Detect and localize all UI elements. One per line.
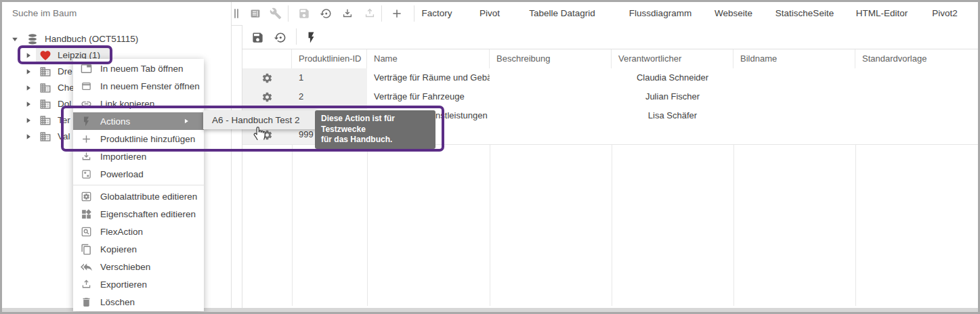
menu-item-open-in-new-window[interactable]: In neuem Fenster öffnen bbox=[73, 77, 204, 95]
column-header-actions[interactable] bbox=[242, 49, 292, 69]
building-icon bbox=[39, 66, 51, 78]
table-row[interactable]: 2 Verträge für Fahrzeuge Julian Fischer bbox=[242, 87, 978, 107]
menu-item-edit-properties[interactable]: Eigenschaften editieren bbox=[73, 205, 204, 223]
upload-icon[interactable] bbox=[364, 7, 376, 20]
heart-icon bbox=[39, 49, 51, 62]
global-attributes-icon bbox=[81, 191, 92, 202]
cell-name: Verträge für Räume und Gebäude bbox=[367, 68, 490, 87]
history-icon[interactable] bbox=[320, 7, 332, 20]
cell-beschreibung bbox=[490, 87, 612, 106]
wrench-icon[interactable] bbox=[270, 7, 282, 20]
column-header-verantwortlicher[interactable]: Verantwortlicher bbox=[612, 49, 733, 69]
column-header-bildname[interactable]: Bildname bbox=[733, 49, 855, 69]
save-icon[interactable] bbox=[298, 7, 310, 20]
action-tooltip: Diese Action ist für Testzwecke für das … bbox=[315, 110, 435, 149]
export-icon bbox=[81, 279, 92, 290]
tab-factory[interactable]: Factory bbox=[421, 2, 452, 25]
tab-webseite[interactable]: Webseite bbox=[715, 2, 752, 25]
menu-item-import[interactable]: Importieren bbox=[73, 148, 204, 165]
submenu-arrow-icon bbox=[183, 118, 190, 125]
open-in-tab-icon bbox=[81, 63, 92, 74]
lightning-icon[interactable] bbox=[305, 31, 318, 44]
cell-bildname bbox=[733, 106, 855, 125]
divider bbox=[296, 28, 297, 45]
plus-icon[interactable] bbox=[391, 7, 403, 20]
menu-item-powerload[interactable]: Powerload bbox=[73, 165, 204, 183]
tab-pivot[interactable]: Pivot bbox=[480, 2, 500, 25]
building-icon bbox=[39, 82, 51, 94]
divider bbox=[288, 5, 289, 22]
save-icon[interactable] bbox=[251, 31, 264, 44]
row-gear-icon[interactable] bbox=[261, 91, 273, 103]
divider bbox=[231, 2, 232, 25]
cell-beschreibung bbox=[490, 106, 612, 125]
lightning-icon bbox=[81, 116, 92, 127]
menu-item-export[interactable]: Exportieren bbox=[73, 275, 204, 293]
import-icon bbox=[81, 151, 92, 162]
cell-standardvorlage bbox=[855, 125, 978, 144]
hand-cursor-icon bbox=[250, 122, 268, 141]
cell-beschreibung bbox=[490, 125, 612, 144]
open-in-window-icon bbox=[81, 81, 92, 92]
chevron-right-icon[interactable] bbox=[24, 132, 33, 141]
cell-verantwortlicher: Lisa Schäfer bbox=[612, 106, 733, 125]
tab-tabelle-datagrid[interactable]: Tabelle Datagrid bbox=[529, 2, 595, 25]
building-icon bbox=[39, 98, 51, 110]
column-header-beschreibung[interactable]: Beschreibung bbox=[490, 49, 612, 69]
tab-html-editor[interactable]: HTML-Editor bbox=[856, 2, 908, 25]
cell-produktlinien-id: 1 bbox=[292, 68, 367, 87]
menu-item-open-in-new-tab[interactable]: In neuem Tab öffnen bbox=[73, 60, 204, 77]
menu-item-edit-global-attributes[interactable]: Globalattribute editieren bbox=[73, 187, 204, 205]
cell-standardvorlage bbox=[855, 68, 978, 87]
menu-item-add-product-line[interactable]: Produktlinie hinzufügen bbox=[73, 130, 204, 148]
cell-beschreibung bbox=[490, 68, 612, 87]
cell-produktlinien-id: 2 bbox=[292, 87, 367, 106]
chevron-right-icon[interactable] bbox=[24, 116, 33, 125]
cell-verantwortlicher bbox=[612, 125, 733, 144]
building-icon bbox=[39, 131, 51, 143]
divider bbox=[414, 5, 414, 22]
cell-bildname bbox=[733, 87, 855, 106]
divider bbox=[381, 5, 382, 22]
download-icon[interactable] bbox=[341, 7, 354, 20]
cell-bildname bbox=[733, 125, 855, 144]
chevron-right-icon[interactable] bbox=[24, 83, 33, 93]
chevron-down-icon[interactable] bbox=[10, 35, 20, 44]
menu-item-copy[interactable]: Kopieren bbox=[73, 240, 204, 258]
content-panel: Produktlinien-ID Name Beschreibung Veran… bbox=[242, 25, 978, 308]
column-header-standardvorlage[interactable]: Standardvorlage bbox=[855, 49, 978, 69]
history-icon[interactable] bbox=[274, 31, 286, 44]
tab-statischeseite[interactable]: StatischeSeite bbox=[775, 2, 834, 25]
column-header-produktlinien-id[interactable]: Produktlinien-ID bbox=[292, 49, 367, 69]
menu-item-actions[interactable]: Actions bbox=[73, 112, 204, 130]
cell-verantwortlicher: Claudia Schneider bbox=[612, 68, 733, 87]
database-icon bbox=[26, 33, 39, 45]
tree-item-handbuch[interactable]: Handbuch (OCT51115) bbox=[2, 31, 231, 47]
move-icon bbox=[81, 261, 92, 273]
row-gear-icon[interactable] bbox=[261, 72, 273, 84]
menu-item-flexaction[interactable]: FlexAction bbox=[73, 223, 204, 240]
table-header: Produktlinien-ID Name Beschreibung Veran… bbox=[242, 49, 978, 70]
table-row[interactable]: 1 Verträge für Räume und Gebäude Claudia… bbox=[242, 68, 978, 88]
delete-icon bbox=[81, 296, 92, 308]
chevron-right-icon[interactable] bbox=[24, 99, 33, 109]
column-header-name[interactable]: Name bbox=[367, 49, 490, 69]
menu-item-copy-link[interactable]: Link kopieren bbox=[73, 95, 204, 112]
tab-pivot2[interactable]: Pivot2 bbox=[932, 2, 958, 25]
context-menu: In neuem Tab öffnen In neuem Fenster öff… bbox=[73, 59, 204, 311]
cell-standardvorlage bbox=[855, 106, 978, 125]
menu-item-delete[interactable]: Löschen bbox=[73, 293, 204, 311]
cell-name: Verträge für Fahrzeuge bbox=[367, 87, 490, 106]
tree-search-input[interactable]: Suche im Baum bbox=[2, 2, 231, 25]
chevron-right-icon[interactable] bbox=[24, 67, 33, 76]
top-bar: Suche im Baum Factory Pivot Tabelle Data… bbox=[2, 2, 978, 26]
link-icon bbox=[81, 98, 92, 110]
flexaction-icon bbox=[81, 226, 92, 238]
tab-flussdiagramm[interactable]: Flussdiagramm bbox=[629, 2, 691, 25]
search-placeholder: Suche im Baum bbox=[12, 2, 77, 25]
app-window: Suche im Baum Factory Pivot Tabelle Data… bbox=[0, 0, 980, 314]
chevron-right-icon[interactable] bbox=[24, 51, 33, 60]
cell-bildname bbox=[733, 68, 855, 87]
view-list-icon[interactable] bbox=[249, 7, 261, 20]
menu-item-move[interactable]: Verschieben bbox=[73, 258, 204, 275]
